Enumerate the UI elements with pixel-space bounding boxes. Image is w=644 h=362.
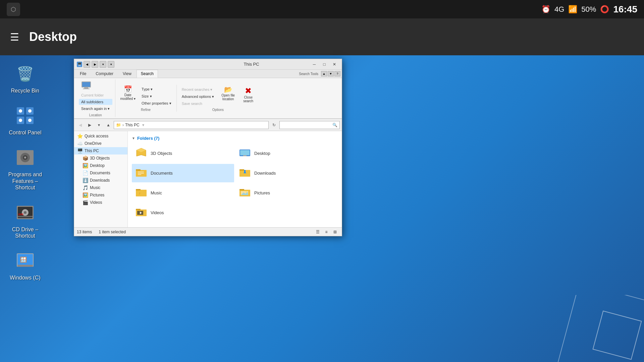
search-icon: 🔍 [332,123,337,127]
nav-panel: ⭐ Quick access ☁️ OneDrive 🖥️ This PC 📦 … [74,131,128,227]
selected-count: 1 item selected [99,230,126,234]
svg-point-49 [246,191,247,193]
this-pc-nav-icon: 🖥️ [77,148,83,154]
svg-rect-43 [136,189,141,190]
desktop-icon-recycle-bin[interactable]: 🗑️ Recycle Bin [7,62,44,94]
app-icon: ⬡ [7,3,20,16]
search-again-in-btn[interactable]: Search again in ▾ [79,106,112,112]
3d-objects-folder-icon [135,147,147,160]
svg-rect-42 [136,190,147,196]
signal-icon: 📶 [568,5,577,14]
svg-rect-20 [17,265,33,267]
app-title: Desktop [29,30,77,44]
desktop-icon-control-panel[interactable]: Control Panel [7,104,44,136]
folder-documents[interactable]: Documents [132,164,234,182]
minimize-button[interactable]: ─ [310,61,319,68]
detail-view-btn[interactable]: ≡ [322,229,330,235]
open-file-location-btn[interactable]: 📂 Open filelocation [219,85,237,102]
desktop-nav-icon: 🖼️ [82,163,88,168]
nav-onedrive[interactable]: ☁️ OneDrive [74,140,127,147]
nav-music[interactable]: 🎵 Music [74,184,127,191]
nav-3d-objects[interactable]: 📦 3D Objects [74,155,127,162]
music-folder-icon: ♪ [135,186,147,199]
up-btn[interactable]: ▲ [104,121,112,129]
ribbon-up-btn[interactable]: ▲ [321,71,327,76]
folder-downloads[interactable]: Downloads [235,164,338,182]
address-path[interactable]: 📁 › This PC ▾ [114,121,269,129]
svg-rect-23 [82,82,90,87]
tab-file[interactable]: File [75,70,91,78]
folder-videos[interactable]: Videos [132,203,234,222]
list-view-btn[interactable]: ☰ [314,229,322,235]
nav-downloads[interactable]: ⬇️ Downloads [74,177,127,184]
svg-rect-31 [240,150,250,155]
refresh-btn[interactable]: ↻ [270,121,278,129]
desktop-nav-label: Desktop [90,163,105,168]
titlebar-fwd-btn[interactable]: ▶ [92,61,98,68]
recent-searches-btn[interactable]: Recent searches ▾ [179,86,217,93]
folder-3d-objects[interactable]: 3D Objects [132,144,234,163]
window-title: This PC [193,62,310,67]
folder-desktop[interactable]: Desktop [235,144,338,163]
tab-view[interactable]: View [118,70,136,78]
nav-quick-access[interactable]: ⭐ Quick access [74,132,127,140]
cd-drive-icon: DVD [13,201,37,224]
tab-computer[interactable]: Computer [91,70,118,78]
nav-videos[interactable]: 🎬 Videos [74,199,127,206]
folder-music[interactable]: ♪ Music [132,184,234,202]
folders-section-header[interactable]: ▼ Folders (7) [130,134,339,143]
battery-icon: ⭕ [600,5,609,14]
titlebar-down-btn[interactable]: ▾ [100,61,106,68]
cd-drive-label: CD Drive – Shortcut [7,226,44,239]
explorer-window: 🖥️ ◀ ▶ ▾ ▾ This PC ─ □ ✕ File Computer V… [74,59,342,236]
desktop-icon-cd-drive[interactable]: DVD CD Drive – Shortcut [7,201,44,239]
ribbon-right-controls: ▲ ▼ ? [321,71,342,76]
svg-point-7 [28,119,32,122]
collapse-arrow: ▼ [132,136,135,140]
desktop-icon-windows-c[interactable]: 🪟 Windows (C) [7,249,44,281]
size-btn[interactable]: Size ▾ [139,93,174,100]
svg-rect-36 [138,173,144,174]
search-input[interactable] [282,123,331,127]
other-properties-btn[interactable]: Other properties ▾ [139,100,174,107]
videos-folder-icon [135,206,147,219]
svg-rect-25 [83,88,90,89]
back-btn[interactable]: ◀ [76,121,84,129]
time-display: 16:45 [613,4,637,15]
hamburger-menu[interactable]: ☰ [10,31,19,43]
date-modified-btn[interactable]: 📅 Datemodified ▾ [118,85,138,102]
nav-pictures[interactable]: 🖼️ Pictures [74,191,127,199]
titlebar-options-btn[interactable]: ▾ [108,61,114,68]
svg-text:♪: ♪ [139,191,141,195]
tab-search[interactable]: Search [137,70,158,78]
tile-view-btn[interactable]: ⊞ [331,229,339,235]
current-folder-btn[interactable]: Current folder [79,92,112,98]
path-icon: 📁 [116,123,121,127]
documents-nav-icon: 📄 [82,170,88,176]
save-search-btn[interactable]: Save search [179,101,217,107]
nav-desktop[interactable]: 🖼️ Desktop [74,162,127,169]
all-subfolders-btn[interactable]: All subfolders [79,99,112,105]
maximize-button[interactable]: □ [320,61,329,68]
search-box[interactable]: 🔍 [279,121,340,129]
forward-btn[interactable]: ▶ [86,121,94,129]
ribbon-down-btn[interactable]: ▼ [328,71,334,76]
type-btn[interactable]: Type ▾ [139,86,174,93]
dropdown-btn[interactable]: ▾ [95,121,103,129]
ribbon-help-btn[interactable]: ? [334,71,340,76]
desktop-icons: 🗑️ Recycle Bin Control Panel [7,62,44,281]
folder-pictures[interactable]: Pictures [235,184,338,202]
explorer-icon: 🖥️ [77,62,82,67]
refine-group-label: Refine [141,108,151,112]
advanced-options-btn[interactable]: Advanced options ▾ [179,94,217,100]
section-header-label: Folders (7) [137,136,159,141]
close-search-btn[interactable]: ✖ Closesearch [240,85,257,104]
nav-this-pc[interactable]: 🖥️ This PC [74,147,127,155]
close-button[interactable]: ✕ [330,61,339,68]
desktop-icon-programs[interactable]: Programs and Features – Shortcut [7,146,44,191]
nav-documents[interactable]: 📄 Documents [74,169,127,177]
ribbon-tabs: File Computer View Search [74,70,296,78]
this-pc-icon-btn [79,79,112,92]
titlebar-back-btn[interactable]: ◀ [84,61,90,68]
svg-rect-34 [136,169,141,171]
